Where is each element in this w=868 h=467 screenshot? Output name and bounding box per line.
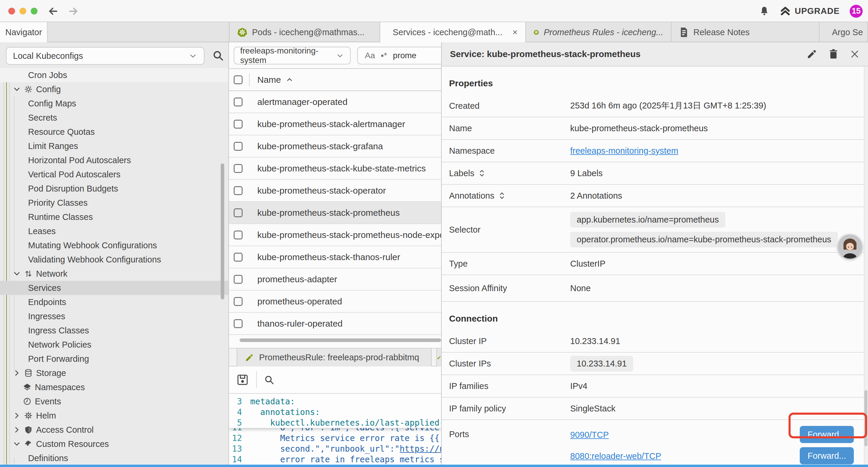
sidebar-item[interactable]: Ingress Classes <box>0 323 228 338</box>
select-all-checkbox[interactable] <box>234 76 243 84</box>
sidebar-item[interactable]: Limit Ranges <box>0 139 228 153</box>
sidebar-item[interactable]: Custom Resources <box>0 437 228 451</box>
maximize-window-button[interactable] <box>31 8 37 14</box>
sidebar-item[interactable]: Helm <box>0 408 228 423</box>
table-row[interactable]: prometheus-adapter <box>229 268 441 291</box>
sidebar-item[interactable]: Mutating Webhook Configurations <box>0 238 228 253</box>
kubeconfig-select[interactable]: Local Kubeconfigs <box>6 47 205 65</box>
search-icon[interactable] <box>212 49 224 62</box>
sidebar-item[interactable]: Network Policies <box>0 338 228 352</box>
sidebar-item[interactable]: Secrets <box>0 111 228 125</box>
match-case-toggle[interactable]: Aa <box>365 51 375 60</box>
upgrade-button[interactable]: UPGRADE <box>780 6 840 17</box>
minimize-window-button[interactable] <box>20 8 26 14</box>
sidebar-item[interactable]: Pod Disruption Budgets <box>0 181 228 196</box>
expand-collapse-icon[interactable] <box>498 191 505 200</box>
table-row[interactable]: kube-prometheus-stack-prometheus <box>229 202 441 224</box>
tab-pods[interactable]: Pods - icecheng@mathmas... <box>229 22 380 42</box>
sidebar-item[interactable]: Network <box>0 267 228 281</box>
port-link-8080[interactable]: 8080:reloader-web/TCP <box>570 451 661 461</box>
properties-section-heading: Properties <box>442 66 868 95</box>
sidebar-item[interactable]: Config Maps <box>0 96 228 111</box>
sidebar-item[interactable]: Cron Jobs <box>0 68 228 82</box>
row-checkbox[interactable] <box>234 231 243 239</box>
editor-tab-prometheusrule[interactable]: PrometheusRule: freeleaps-prod-rabbitmq <box>237 348 432 367</box>
yaml-editor[interactable]: 11 o","for":"1m","labels":{"service":" 1… <box>229 393 441 467</box>
sidebar-item[interactable]: Horizontal Pod Autoscalers <box>0 153 228 167</box>
table-row[interactable]: kube-prometheus-stack-prometheus-node-ex… <box>229 224 441 246</box>
ports-row: Ports 9090/TCP Forward... 8080:reloader-… <box>442 420 868 467</box>
sidebar-scrollbar[interactable] <box>221 164 224 299</box>
table-row[interactable]: kube-prometheus-stack-kube-state-metrics <box>229 157 441 180</box>
sidebar-item[interactable]: Ingresses <box>0 309 228 323</box>
namespace-row: Namespace freeleaps-monitoring-system <box>442 140 868 162</box>
edit-pencil-icon[interactable] <box>807 49 817 59</box>
back-button[interactable] <box>47 5 59 17</box>
row-checkbox[interactable] <box>234 186 243 195</box>
app-window: UPGRADE 15 Navigator Pods - icecheng@mat… <box>0 0 868 467</box>
close-tab-icon[interactable]: × <box>512 27 518 37</box>
port-link-9090[interactable]: 9090/TCP <box>570 430 609 440</box>
table-row[interactable]: prometheus-operated <box>229 291 441 313</box>
sidebar-item[interactable]: Priority Classes <box>0 196 228 210</box>
namespace-select[interactable]: freeleaps-monitoring-system <box>234 47 351 64</box>
puzzle-icon <box>24 440 32 448</box>
row-checkbox[interactable] <box>234 253 243 262</box>
notifications-bell-icon[interactable] <box>759 6 770 17</box>
tab-services[interactable]: Services - icecheng@math... × <box>380 22 526 42</box>
sidebar-item[interactable]: Config <box>0 82 228 96</box>
forward-button[interactable]: Forward... <box>800 426 854 443</box>
sidebar-item[interactable]: Leases <box>0 224 228 238</box>
sidebar-item[interactable]: Vertical Pod Autoscalers <box>0 167 228 181</box>
delete-trash-icon[interactable] <box>829 49 838 59</box>
user-avatar[interactable] <box>838 234 862 259</box>
table-row[interactable]: alertmanager-operated <box>229 91 441 113</box>
forward-button[interactable] <box>67 5 79 17</box>
table-row[interactable]: thanos-ruler-operated <box>229 313 441 335</box>
sidebar-item[interactable]: Access Control <box>0 423 228 437</box>
sidebar-item-label: Custom Resources <box>36 439 109 449</box>
editor-tab-next[interactable] <box>436 348 441 367</box>
table-row[interactable]: kube-prometheus-stack-operator <box>229 180 441 202</box>
table-row[interactable]: kube-prometheus-stack-grafana <box>229 135 441 157</box>
tab-release-notes[interactable]: Release Notes <box>672 22 819 42</box>
table-row[interactable]: kube-prometheus-stack-alertmanager <box>229 113 441 135</box>
namespace-link[interactable]: freeleaps-monitoring-system <box>570 146 678 155</box>
sidebar-item[interactable]: Namespaces <box>0 380 228 394</box>
panel-scrollbar[interactable] <box>864 66 868 467</box>
name-filter-input[interactable]: Aa ▪* prome <box>357 47 441 64</box>
sidebar-item[interactable]: Endpoints <box>0 295 228 309</box>
row-checkbox[interactable] <box>234 275 243 284</box>
sidebar-item[interactable]: Definitions <box>0 451 228 465</box>
row-checkbox[interactable] <box>234 97 243 107</box>
row-checkbox[interactable] <box>234 142 243 151</box>
sidebar-item[interactable]: Runtime Classes <box>0 210 228 224</box>
close-window-button[interactable] <box>8 8 15 14</box>
line-link[interactable]: https://netw <box>400 444 441 454</box>
row-checkbox[interactable] <box>234 164 243 173</box>
table-row[interactable]: kube-prometheus-stack-thanos-ruler <box>229 246 441 268</box>
regex-toggle[interactable]: ▪* <box>381 51 387 60</box>
sidebar-item[interactable]: Events <box>0 394 228 408</box>
row-checkbox[interactable] <box>234 297 243 306</box>
tab-argo[interactable]: Argo Se <box>819 22 868 42</box>
navigator-tab[interactable]: Navigator <box>0 22 48 42</box>
sidebar-item[interactable]: Resource Quotas <box>0 125 228 139</box>
forward-button[interactable]: Forward... <box>800 447 854 464</box>
row-checkbox[interactable] <box>234 208 243 217</box>
horizontal-scrollbar[interactable] <box>240 339 441 342</box>
sidebar-item[interactable]: Port Forwarding <box>0 352 228 366</box>
row-checkbox[interactable] <box>234 120 243 128</box>
panel-scrollbar-thumb[interactable] <box>864 390 867 446</box>
close-icon[interactable] <box>850 49 860 59</box>
row-checkbox[interactable] <box>234 319 243 328</box>
sidebar-item[interactable]: Storage <box>0 366 228 380</box>
sidebar-item[interactable]: Services <box>0 281 228 295</box>
expand-collapse-icon[interactable] <box>478 169 486 178</box>
editor-search-icon[interactable] <box>263 374 275 386</box>
sidebar-item[interactable]: Validating Webhook Configurations <box>0 253 228 267</box>
notification-count-badge[interactable]: 15 <box>850 5 863 18</box>
tab-prometheus-rules[interactable]: Prometheus Rules - icecheng... <box>526 22 672 42</box>
name-column-header[interactable]: Name <box>257 75 293 85</box>
save-icon[interactable] <box>236 373 249 386</box>
